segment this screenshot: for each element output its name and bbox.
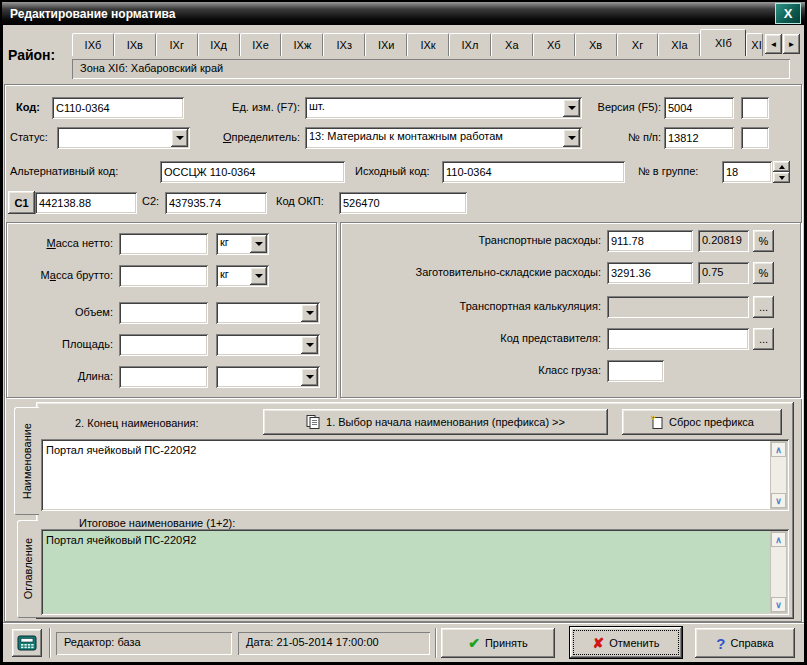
tab-Xb[interactable]: Хб [533, 33, 575, 56]
rep-browse-button[interactable]: ... [753, 328, 774, 350]
arrow-right-icon: ► [788, 40, 796, 49]
c2-input[interactable] [165, 192, 267, 214]
arrow-left-icon: ◄ [770, 40, 778, 49]
total-name-scrollbar[interactable]: ∧ ∨ [770, 531, 787, 613]
rep-input[interactable] [607, 328, 749, 350]
statusbar-separator [49, 628, 51, 658]
warehouse-percent-button[interactable]: % [753, 262, 774, 284]
tab-IXg[interactable]: IXг [156, 33, 198, 56]
transport-input[interactable] [607, 230, 693, 252]
obyem-input[interactable] [119, 302, 208, 324]
zone-panel: Зона XIб: Хабаровский край [72, 59, 790, 79]
tab-Xa[interactable]: Ха [491, 33, 533, 56]
scroll-up-icon[interactable]: ∧ [771, 532, 786, 547]
kod-okp-input[interactable] [339, 192, 467, 214]
massa-netto-unit-combobox[interactable]: кг [216, 233, 269, 255]
region-label: Район: [8, 47, 55, 63]
ploshchad-unit-combobox[interactable] [216, 334, 320, 356]
chevron-down-icon[interactable] [171, 129, 188, 147]
prefix-reset-button[interactable]: Сброс префикса [622, 409, 782, 435]
calculator-icon [17, 635, 37, 651]
spinner-down-icon[interactable] [773, 172, 790, 183]
cross-icon: ✘ [593, 635, 605, 651]
warehouse-percent: 0.75 [698, 262, 749, 284]
tab-IXv[interactable]: IXв [114, 33, 156, 56]
tab-scroll-right-button[interactable]: ► [783, 34, 800, 54]
total-name-textarea[interactable]: Портал ячейковый ПС-220Я2 [44, 532, 769, 612]
dlina-unit-combobox[interactable] [216, 366, 320, 388]
tab-IXl[interactable]: IXл [449, 33, 491, 56]
calculator-button[interactable] [12, 629, 42, 657]
tab-scroll-left-button[interactable]: ◄ [765, 34, 782, 54]
chevron-down-icon[interactable] [563, 129, 580, 147]
scroll-down-icon[interactable]: ∨ [771, 597, 786, 612]
versiya-extra-input[interactable] [741, 97, 769, 119]
chevron-down-icon[interactable] [250, 235, 267, 253]
tab-oglavlenie[interactable]: Оглавление [17, 520, 38, 618]
prefix-select-button[interactable]: 1. Выбор начала наименования (префикса) … [263, 409, 608, 435]
spinner-up-icon[interactable] [773, 161, 790, 172]
status-combobox[interactable] [57, 127, 190, 149]
zone-text: Зона XIб: Хабаровский край [80, 62, 223, 74]
cargo-input[interactable] [607, 360, 664, 382]
tab-Xv[interactable]: Хв [575, 33, 617, 56]
tab-IXzh[interactable]: IXж [281, 33, 323, 56]
chevron-down-icon[interactable] [301, 368, 318, 386]
window-title: Редактирование норматива [2, 7, 175, 21]
dialog-window: Редактирование норматива X Район: IXб IX… [0, 0, 807, 665]
question-icon: ? [716, 635, 725, 652]
tab-Xg[interactable]: Хг [617, 33, 659, 56]
ishod-kod-input[interactable] [442, 161, 625, 183]
kod-input[interactable] [52, 97, 184, 119]
c1-button[interactable]: С1 [8, 191, 35, 214]
tab-IXe[interactable]: IXе [240, 33, 282, 56]
end-name-textarea[interactable]: Портал ячейковый ПС-220Я2 [44, 442, 769, 508]
opredelitel-combobox[interactable]: 13: Материалы к монтажным работам [305, 127, 582, 149]
chevron-down-icon[interactable] [301, 336, 318, 354]
tab-IXb[interactable]: IXб [72, 33, 114, 56]
n-v-gruppe-input[interactable] [722, 161, 772, 183]
tab-IXd[interactable]: IXд [198, 33, 240, 56]
cancel-button[interactable]: ✘ Отменить [569, 626, 683, 659]
chevron-down-icon[interactable] [301, 304, 318, 322]
obyem-unit-combobox[interactable] [216, 302, 320, 324]
accept-button[interactable]: ✔ Принять [441, 628, 555, 658]
scroll-up-icon[interactable]: ∧ [771, 442, 786, 457]
versiya-input[interactable] [664, 97, 734, 119]
c1-input[interactable] [35, 192, 137, 214]
end-name-scrollbar[interactable]: ∧ ∨ [770, 441, 787, 509]
cargo-label: Класс груза: [345, 364, 601, 376]
npp-input[interactable] [664, 127, 734, 149]
chevron-down-icon[interactable] [563, 99, 580, 117]
massa-brutto-input[interactable] [119, 265, 208, 287]
warehouse-input[interactable] [607, 262, 693, 284]
scroll-down-icon[interactable]: ∨ [771, 493, 786, 508]
date-text: Дата: 21-05-2014 17:00:00 [246, 636, 379, 648]
close-button[interactable]: X [775, 3, 801, 24]
tab-XI-partial[interactable]: XI [746, 33, 763, 56]
massa-brutto-unit-combobox[interactable]: кг [216, 265, 269, 287]
tab-XIb-active[interactable]: XIб [700, 29, 746, 56]
rep-label: Код представителя: [345, 332, 601, 344]
ploshchad-input[interactable] [119, 334, 208, 356]
tab-naimenovanie[interactable]: Наименование [14, 407, 39, 515]
end-name-label: 2. Конец наименования: [75, 417, 199, 429]
ed-izm-combobox[interactable]: шт. [305, 97, 582, 119]
alt-kod-input[interactable] [160, 161, 345, 183]
region-tab-strip: IXб IXв IXг IXд IXе IXж IXз IXи IXк IXл … [72, 29, 750, 56]
help-button[interactable]: ? Справка [695, 628, 795, 658]
npp-extra-input[interactable] [741, 127, 769, 149]
tab-IXz[interactable]: IXз [323, 33, 365, 56]
tab-IXi[interactable]: IXи [365, 33, 407, 56]
tab-IXk[interactable]: IXк [407, 33, 449, 56]
kod-label: Код: [16, 101, 40, 113]
chevron-down-icon[interactable] [250, 267, 267, 285]
massa-netto-input[interactable] [119, 233, 208, 255]
dlina-input[interactable] [119, 366, 208, 388]
tab-XIa[interactable]: XIа [658, 33, 700, 56]
transport-percent-button[interactable]: % [753, 230, 774, 252]
alt-kod-label: Альтернативный код: [10, 165, 118, 177]
calc-input[interactable] [607, 296, 749, 318]
status-label: Статус: [10, 131, 48, 143]
calc-browse-button[interactable]: ... [753, 296, 774, 318]
